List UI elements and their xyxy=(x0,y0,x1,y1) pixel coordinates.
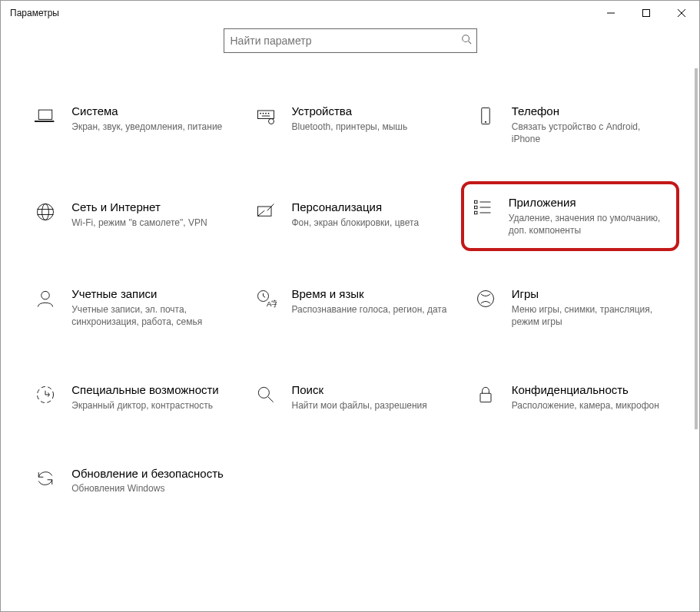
svg-rect-26 xyxy=(474,206,477,209)
phone-icon xyxy=(473,104,498,128)
svg-line-22 xyxy=(267,204,274,211)
category-network[interactable]: Сеть и Интернет Wi-Fi, режим "в самолете… xyxy=(30,195,230,237)
window-title: Параметры xyxy=(10,8,59,18)
category-subtitle: Меню игры, снимки, трансляция, режим игр… xyxy=(512,303,667,329)
category-subtitle: Wi-Fi, режим "в самолете", VPN xyxy=(71,217,227,230)
category-title: Телефон xyxy=(512,104,667,119)
category-title: Система xyxy=(71,104,227,119)
maximize-icon xyxy=(642,9,650,17)
svg-rect-6 xyxy=(39,110,53,119)
svg-point-18 xyxy=(42,204,49,220)
minimize-icon xyxy=(607,9,615,17)
category-subtitle: Экран, звук, уведомления, питание xyxy=(71,121,227,134)
lock-icon xyxy=(473,382,498,407)
category-title: Приложения xyxy=(509,195,670,210)
search-icon xyxy=(461,34,472,48)
svg-rect-28 xyxy=(474,211,477,214)
category-time-language[interactable]: A字 Время и язык Распознавание голоса, ре… xyxy=(250,282,450,333)
category-devices[interactable]: Устройства Bluetooth, принтеры, мышь xyxy=(250,99,450,151)
category-phone[interactable]: Телефон Связать устройство с Android, iP… xyxy=(470,99,670,151)
category-gaming[interactable]: Игры Меню игры, снимки, трансляция, режи… xyxy=(470,282,670,333)
category-title: Специальные возможности xyxy=(71,382,227,398)
category-system[interactable]: Система Экран, звук, уведомления, питани… xyxy=(30,99,230,151)
category-subtitle: Фон, экран блокировки, цвета xyxy=(292,217,447,230)
category-title: Устройства xyxy=(292,104,447,119)
category-subtitle: Удаление, значения по умолчанию, доп. ко… xyxy=(509,212,670,238)
category-privacy[interactable]: Конфиденциальность Расположение, камера,… xyxy=(470,378,670,416)
category-title: Обновление и безопасность xyxy=(71,466,227,481)
category-search[interactable]: Поиск Найти мои файлы, разрешения xyxy=(250,378,450,416)
category-subtitle: Учетные записи, эл. почта, синхронизация… xyxy=(71,303,227,329)
svg-text:A字: A字 xyxy=(266,299,276,308)
category-subtitle: Связать устройство с Android, iPhone xyxy=(512,121,667,147)
svg-line-39 xyxy=(267,397,273,402)
categories-grid: Система Экран, звук, уведомления, питани… xyxy=(1,68,699,515)
keyboard-icon xyxy=(254,104,278,128)
search-input[interactable] xyxy=(224,29,455,52)
laptop-icon xyxy=(33,104,58,128)
scrollbar-thumb[interactable] xyxy=(695,68,698,429)
globe-icon xyxy=(33,200,58,224)
scrollbar[interactable] xyxy=(695,68,698,612)
svg-point-38 xyxy=(258,388,269,399)
category-ease-of-access[interactable]: Специальные возможности Экранный диктор,… xyxy=(30,378,230,416)
svg-rect-1 xyxy=(643,10,650,17)
search-box[interactable] xyxy=(224,28,477,53)
sync-icon xyxy=(33,466,58,491)
category-subtitle: Распознавание голоса, регион, дата xyxy=(292,303,447,316)
svg-line-5 xyxy=(468,41,471,45)
category-title: Учетные записи xyxy=(71,286,227,302)
category-title: Поиск xyxy=(292,382,447,398)
svg-point-4 xyxy=(462,35,469,42)
person-icon xyxy=(33,286,58,311)
category-title: Конфиденциальность xyxy=(512,382,667,398)
category-title: Время и язык xyxy=(292,286,447,302)
category-subtitle: Расположение, камера, микрофон xyxy=(512,399,667,412)
svg-point-14 xyxy=(268,119,274,124)
category-subtitle: Обновления Windows xyxy=(71,482,227,495)
category-title: Сеть и Интернет xyxy=(71,200,227,215)
svg-point-17 xyxy=(38,204,54,220)
category-subtitle: Bluetooth, принтеры, мышь xyxy=(292,121,447,134)
category-update-security[interactable]: Обновление и безопасность Обновления Win… xyxy=(30,461,230,500)
titlebar: Параметры xyxy=(1,1,699,25)
svg-line-33 xyxy=(263,296,265,298)
category-subtitle: Экранный диктор, контрастность xyxy=(71,399,227,412)
ease-of-access-icon xyxy=(33,382,58,407)
svg-point-35 xyxy=(477,291,493,307)
maximize-button[interactable] xyxy=(629,1,664,25)
search-category-icon xyxy=(254,382,278,407)
search-container xyxy=(1,28,699,53)
svg-point-30 xyxy=(41,292,50,300)
close-icon xyxy=(678,9,685,17)
minimize-button[interactable] xyxy=(593,1,629,25)
personalize-icon xyxy=(254,200,278,224)
window-controls xyxy=(593,1,699,25)
category-accounts[interactable]: Учетные записи Учетные записи, эл. почта… xyxy=(30,282,230,333)
category-title: Игры xyxy=(512,286,667,302)
svg-rect-8 xyxy=(257,111,274,119)
xbox-icon xyxy=(473,286,498,311)
svg-line-23 xyxy=(257,210,264,216)
apps-icon xyxy=(470,195,495,220)
category-title: Персонализация xyxy=(292,200,447,215)
category-subtitle: Найти мои файлы, разрешения xyxy=(292,399,447,412)
time-language-icon: A字 xyxy=(254,286,278,311)
category-personalization[interactable]: Персонализация Фон, экран блокировки, цв… xyxy=(250,195,450,237)
svg-rect-24 xyxy=(474,200,477,203)
close-button[interactable] xyxy=(664,1,699,25)
scroll-area: Система Экран, звук, уведомления, питани… xyxy=(1,68,699,612)
category-apps[interactable]: Приложения Удаление, значения по умолчан… xyxy=(461,181,679,251)
svg-rect-40 xyxy=(480,394,491,402)
